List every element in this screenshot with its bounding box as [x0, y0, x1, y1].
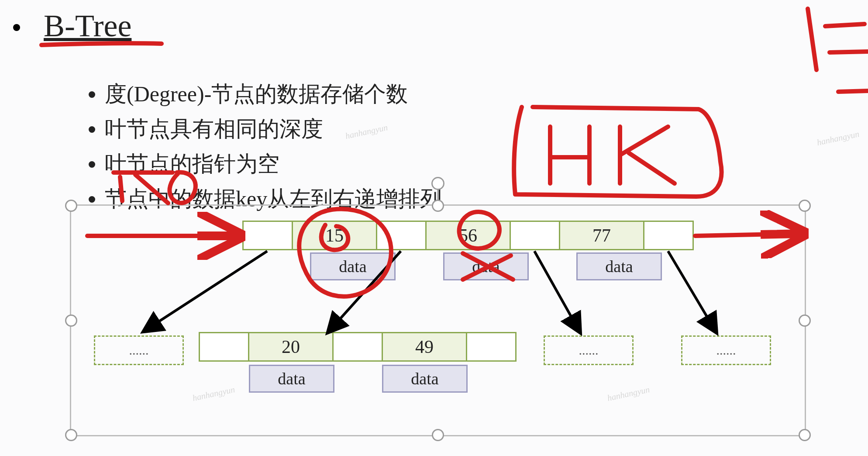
- root-ptr-3: [643, 222, 692, 249]
- page-title: B-Tree: [44, 8, 131, 44]
- ellipsis-box-0: ......: [94, 335, 184, 365]
- ellipsis-box-1: ......: [544, 335, 634, 365]
- child-ptr-2: [466, 333, 515, 360]
- root-key-1: 56: [425, 222, 510, 249]
- child-key-1: 49: [382, 333, 466, 360]
- resize-handle-br[interactable]: [799, 429, 811, 441]
- title-bullet-dot: [13, 24, 20, 31]
- root-key-0: 15: [292, 222, 376, 249]
- resize-handle-ml[interactable]: [65, 314, 77, 327]
- root-data-1: data: [443, 252, 529, 280]
- bullet-item: 度(Degree)-节点的数据存储个数: [105, 76, 442, 111]
- rotate-handle-icon[interactable]: [431, 177, 444, 190]
- ellipsis-box-2: ......: [681, 335, 771, 365]
- btree-root-node: 15 56 77: [242, 221, 694, 250]
- resize-handle-mr[interactable]: [799, 314, 811, 327]
- watermark: hanhangyun: [816, 129, 861, 148]
- resize-handle-bl[interactable]: [65, 429, 77, 441]
- resize-handle-tm[interactable]: [432, 200, 444, 212]
- root-ptr-1: [376, 222, 425, 249]
- root-data-2: data: [576, 252, 662, 280]
- resize-handle-tl[interactable]: [65, 200, 77, 212]
- root-ptr-0: [244, 222, 292, 249]
- child-data-1: data: [382, 365, 468, 393]
- child-ptr-1: [332, 333, 382, 360]
- child-key-0: 20: [248, 333, 332, 360]
- child-data-0: data: [249, 365, 334, 393]
- bullet-item: 叶节点具有相同的深度: [105, 111, 442, 146]
- root-data-0: data: [310, 252, 396, 280]
- child-ptr-0: [200, 333, 248, 360]
- slide-canvas: { "title": "B-Tree", "bullets": [ "度(Deg…: [0, 0, 868, 456]
- bullet-item: 叶节点的指针为空: [105, 146, 442, 181]
- bullet-list: 度(Degree)-节点的数据存储个数 叶节点具有相同的深度 叶节点的指针为空 …: [61, 76, 442, 216]
- resize-handle-bm[interactable]: [432, 429, 444, 441]
- root-ptr-2: [510, 222, 559, 249]
- resize-handle-tr[interactable]: [799, 200, 811, 212]
- root-key-2: 77: [559, 222, 643, 249]
- btree-child-node: 20 49: [199, 332, 517, 362]
